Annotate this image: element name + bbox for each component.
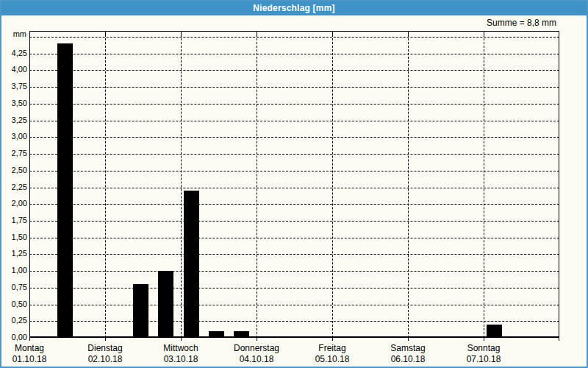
y-tick-label: 2,25 [0,183,27,192]
x-axis-tick [181,338,182,341]
h-gridline [29,204,559,205]
h-gridline [29,137,559,138]
precip-bar-sonntag-0 [487,325,502,338]
window-titlebar: Niederschlag [mm] [0,0,588,15]
sum-annotation: Summe = 8,8 mm [487,18,556,28]
y-tick-label: 3,25 [0,116,27,125]
h-gridline [29,305,559,305]
precip-bar-dienstag-2 [158,271,173,338]
v-gridline [105,31,106,338]
h-gridline [29,288,559,289]
precip-bar-mittwoch-1 [209,331,224,338]
x-weekday-label: Montag [0,344,68,353]
x-axis-top-tick [408,32,409,35]
x-date-label: 07.10.18 [445,355,522,364]
v-gridline [181,31,182,338]
window-title: Niederschlag [mm] [253,3,334,13]
h-gridline [29,87,559,88]
x-axis-tick [408,338,409,341]
y-tick-label: 3,50 [0,99,27,108]
x-weekday-label: Samstag [370,344,446,353]
v-gridline [257,31,257,338]
x-axis-top-tick [181,32,182,35]
h-gridline [29,54,559,54]
precip-bar-dienstag-1 [133,284,148,338]
y-tick-label: 1,00 [0,266,27,275]
y-tick-label: 1,50 [0,233,27,242]
y-tick-label: 1,75 [0,216,27,225]
y-tick-label: 2,50 [0,166,27,175]
v-gridline [484,31,484,338]
precip-bar-mittwoch-2 [234,331,249,338]
h-gridline [29,121,559,121]
y-tick-label: 2,75 [0,149,27,158]
v-gridline [332,31,333,338]
h-gridline [29,188,559,188]
x-weekday-label: Dienstag [67,344,143,353]
x-axis-tick [559,338,559,341]
x-weekday-label: Donnerstag [218,344,295,353]
h-gridline [29,154,559,155]
h-gridline [29,104,559,105]
h-gridline [29,37,559,38]
y-tick-label: 4,25 [0,49,27,58]
x-axis-top-tick [257,32,257,35]
x-date-label: 01.10.18 [0,355,68,364]
x-axis-top-tick [332,32,333,35]
x-date-label: 06.10.18 [370,355,446,364]
x-date-label: 02.10.18 [67,355,143,364]
x-date-label: 03.10.18 [143,355,219,364]
h-gridline [29,171,559,171]
x-date-label: 04.10.18 [218,355,295,364]
h-gridline [29,70,559,71]
h-gridline [29,254,559,255]
x-axis-tick [484,338,484,341]
y-axis-unit-label: mm [0,29,26,38]
y-tick-label: 0,50 [0,300,27,309]
y-tick-label: 0,00 [0,333,27,342]
y-tick-label: 3,75 [0,82,27,91]
y-tick-label: 2,00 [0,199,27,208]
precip-bar-mittwoch-0 [184,191,199,338]
y-tick-label: 0,75 [0,283,27,292]
y-tick-label: 0,25 [0,316,27,325]
y-tick-label: 3,00 [0,132,27,141]
y-tick-label: 1,25 [0,249,27,258]
h-gridline [29,271,559,272]
precip-bar-montag-1 [57,43,73,338]
x-axis-top-tick [105,32,106,35]
h-gridline [29,238,559,238]
x-weekday-label: Mittwoch [143,344,219,353]
x-date-label: 05.10.18 [294,355,370,364]
x-axis-tick [332,338,333,341]
app-window: { "window": { "title": "Niederschlag [mm… [0,0,588,368]
h-gridline [29,221,559,222]
x-weekday-label: Freitag [294,344,370,353]
x-axis-tick [105,338,106,341]
x-axis-tick [257,338,257,341]
plot-area [29,31,559,338]
h-gridline [29,321,559,322]
x-axis-top-tick [484,32,484,35]
x-weekday-label: Sonntag [445,344,522,353]
y-tick-label: 4,00 [0,65,27,74]
x-axis-tick [29,338,30,341]
v-gridline [408,31,409,338]
